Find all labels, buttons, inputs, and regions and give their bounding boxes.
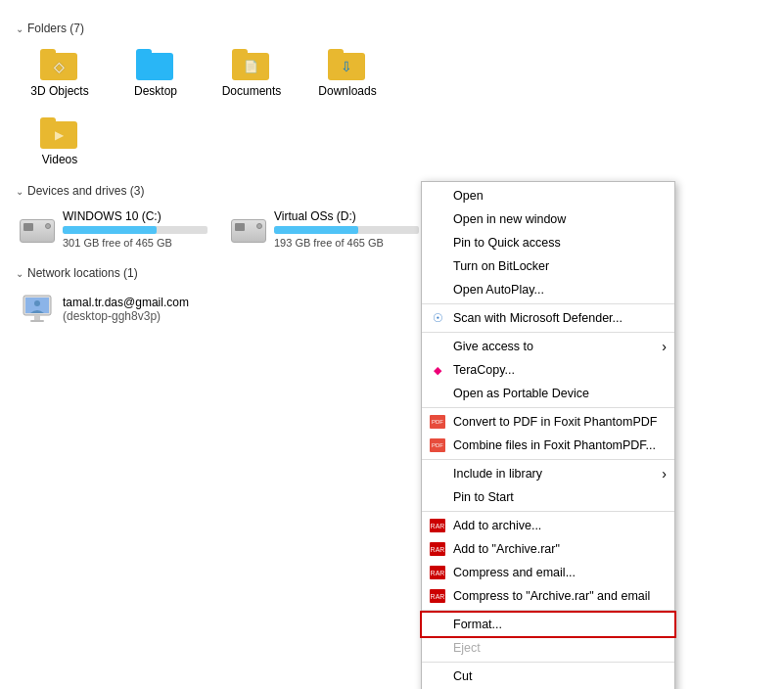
network-icon-tamal	[20, 292, 55, 327]
folder-item-3d-objects[interactable]: ◇ 3D Objects	[16, 43, 104, 104]
divider-3	[422, 407, 674, 408]
folder-icon-downloads: ⇩	[328, 49, 367, 80]
divider-4	[422, 459, 674, 460]
menu-convert-pdf[interactable]: PDF Convert to PDF in Foxit PhantomPDF	[422, 410, 674, 434]
divider-6	[422, 610, 674, 611]
network-computer-svg	[20, 292, 55, 327]
device-info-d: Virtual OSs (D:) 193 GB free of 465 GB	[274, 209, 419, 249]
menu-give-access[interactable]: Give access to	[422, 335, 674, 358]
folders-label: Folders (7)	[27, 22, 84, 35]
teracopy-icon: ◆	[430, 362, 445, 378]
svg-rect-3	[30, 320, 44, 322]
menu-defender[interactable]: ☉ Scan with Microsoft Defender...	[422, 306, 674, 330]
folder-item-videos[interactable]: ▶ Videos	[16, 112, 104, 172]
device-name-c: WINDOWS 10 (C:)	[63, 209, 208, 223]
folder-label-desktop: Desktop	[134, 84, 177, 98]
folder-icon-desktop	[136, 49, 175, 80]
network-label: Network locations (1)	[27, 266, 138, 280]
divider-1	[422, 303, 674, 304]
pdf-icon-1: PDF	[430, 414, 445, 430]
menu-cut[interactable]: Cut	[422, 665, 674, 688]
menu-teracopy[interactable]: ◆ TeraCopy...	[422, 358, 674, 382]
divider-7	[422, 662, 674, 663]
devices-label: Devices and drives (3)	[27, 184, 144, 198]
device-size-d: 193 GB free of 465 GB	[274, 237, 419, 249]
context-menu: Open Open in new window Pin to Quick acc…	[421, 181, 675, 689]
progress-c	[63, 226, 208, 234]
folders-chevron[interactable]: ⌄	[16, 23, 23, 34]
network-info-tamal: tamal.tr.das@gmail.com (desktop-ggh8v3p)	[63, 296, 189, 323]
menu-add-archive[interactable]: RAR Add to archive...	[422, 514, 674, 537]
folder-item-downloads[interactable]: ⇩ Downloads	[303, 43, 392, 104]
rar-icon-4: RAR	[430, 588, 445, 604]
menu-combine-pdf[interactable]: PDF Combine files in Foxit PhantomPDF...	[422, 434, 674, 457]
network-name-tamal: tamal.tr.das@gmail.com	[63, 296, 189, 309]
rar-icon-2: RAR	[430, 541, 445, 557]
device-name-d: Virtual OSs (D:)	[274, 209, 419, 223]
menu-pin-quick[interactable]: Pin to Quick access	[422, 231, 674, 254]
menu-autoplay[interactable]: Open AutoPlay...	[422, 278, 674, 301]
menu-open[interactable]: Open	[422, 184, 674, 207]
menu-pin-start[interactable]: Pin to Start	[422, 485, 674, 509]
divider-2	[422, 332, 674, 333]
menu-portable[interactable]: Open as Portable Device	[422, 382, 674, 405]
svg-rect-2	[34, 315, 40, 320]
folder-icon-videos: ▶	[40, 117, 79, 149]
divider-5	[422, 511, 674, 512]
menu-bitlocker[interactable]: Turn on BitLocker	[422, 254, 674, 278]
device-info-c: WINDOWS 10 (C:) 301 GB free of 465 GB	[63, 209, 208, 249]
menu-format[interactable]: Format...	[422, 613, 674, 636]
folders-row2: ▶ Videos	[16, 112, 768, 172]
pdf-icon-2: PDF	[430, 437, 445, 453]
menu-add-archive-rar[interactable]: RAR Add to "Archive.rar"	[422, 537, 674, 561]
folder-icon-3d: ◇	[40, 49, 79, 80]
drive-icon-d	[231, 211, 266, 247]
menu-open-new-window[interactable]: Open in new window	[422, 207, 674, 231]
menu-library[interactable]: Include in library	[422, 462, 674, 485]
devices-chevron[interactable]: ⌄	[16, 186, 23, 197]
menu-eject[interactable]: Eject	[422, 636, 674, 660]
folder-item-documents[interactable]: 📄 Documents	[208, 43, 296, 104]
progress-fill-c	[63, 226, 157, 234]
progress-d	[274, 226, 419, 234]
device-virtual-d[interactable]: Virtual OSs (D:) 193 GB free of 465 GB	[227, 206, 423, 254]
device-windows-top: WINDOWS 10 (C:) 301 GB free of 465 GB	[20, 209, 208, 249]
menu-compress-rar-email[interactable]: RAR Compress to "Archive.rar" and email	[422, 584, 674, 608]
menu-compress-email[interactable]: RAR Compress and email...	[422, 561, 674, 584]
folders-grid: ◇ 3D Objects Desktop 📄 Documents	[16, 43, 768, 104]
folder-label-documents: Documents	[222, 84, 282, 98]
device-size-c: 301 GB free of 465 GB	[63, 237, 208, 249]
rar-icon-1: RAR	[430, 518, 445, 533]
folder-icon-documents: 📄	[232, 49, 271, 80]
folder-label-3d: 3D Objects	[30, 84, 88, 98]
folder-label-videos: Videos	[42, 153, 77, 166]
network-chevron[interactable]: ⌄	[16, 268, 23, 279]
progress-fill-d	[274, 226, 358, 234]
svg-point-4	[34, 300, 40, 306]
device-windows-c[interactable]: WINDOWS 10 (C:) 301 GB free of 465 GB	[16, 206, 211, 254]
network-subname-tamal: (desktop-ggh8v3p)	[63, 309, 189, 323]
folder-item-desktop[interactable]: Desktop	[112, 43, 200, 104]
folders-section-header: ⌄ Folders (7)	[16, 22, 768, 35]
drive-icon-c	[20, 211, 55, 247]
rar-icon-3: RAR	[430, 565, 445, 580]
device-virtual-top: Virtual OSs (D:) 193 GB free of 465 GB	[231, 209, 419, 249]
folder-label-downloads: Downloads	[318, 84, 376, 98]
shield-icon: ☉	[430, 310, 445, 326]
